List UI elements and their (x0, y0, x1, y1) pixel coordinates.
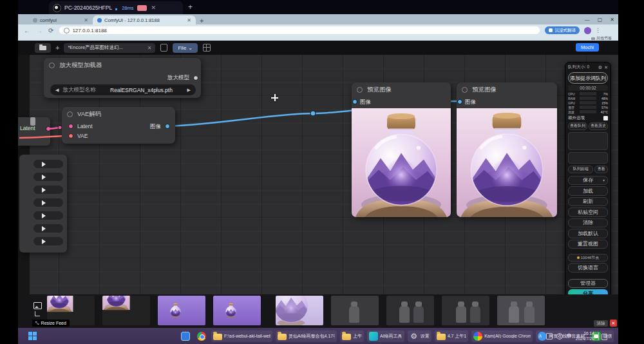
view-history-button[interactable]: 查看历史 (589, 122, 608, 130)
nodes-count-badge[interactable]: 10046节点 (568, 254, 608, 262)
maximize-icon[interactable]: ▢ (598, 17, 603, 23)
collapse-icon[interactable] (49, 62, 55, 68)
resize-feed-button[interactable]: ⤡ Resize Feed (32, 320, 70, 327)
rdp-new-tab-button[interactable]: + (188, 3, 193, 12)
mochi-badge[interactable]: Mochi (576, 43, 599, 52)
collapsed-widget[interactable] (33, 173, 63, 181)
new-workflow-button[interactable]: + (55, 44, 59, 52)
workflows-button[interactable] (35, 43, 51, 53)
vae-input-dot[interactable] (68, 133, 73, 139)
upscale-model-output-dot[interactable] (193, 75, 198, 81)
save-button[interactable]: 保存 ▾ (568, 176, 608, 186)
taskbar-folder[interactable]: 上午 (340, 330, 364, 342)
save-icon[interactable] (160, 44, 167, 52)
node-upscale-model-loader[interactable]: 放大模型加载器 放大模型 ◀ 放大模型名称 RealESRGAN_x4plus.… (44, 58, 201, 98)
feed-close-button[interactable]: ✕ (610, 320, 617, 327)
browser-tab-2-active[interactable]: ComfyUI - 127.0.0.1:8188 ✕ (93, 15, 196, 24)
load-default-button[interactable]: 加载默认 (568, 229, 608, 238)
browser-new-tab-button[interactable]: + (200, 17, 204, 24)
cutoff-node-widgets[interactable] (19, 155, 67, 253)
gallery-thumbnail[interactable] (213, 296, 261, 325)
gallery-thumbnail[interactable] (102, 296, 150, 325)
input-language-indicator[interactable]: 中 (567, 332, 572, 339)
reload-icon[interactable]: ⟳ (48, 27, 53, 34)
forward-icon[interactable]: → (36, 27, 43, 34)
notification-center-icon[interactable] (598, 332, 607, 340)
workflow-tab[interactable]: *Encore产品草图转迷幻... ✕ (64, 43, 155, 53)
switch-language-button[interactable]: 切换语言 (568, 263, 608, 272)
latent-output-dot[interactable] (46, 126, 51, 131)
tab-close-icon[interactable]: ✕ (187, 17, 191, 23)
taskbar-folder[interactable]: 灵仙AI绘画整合包4.17项目 (276, 330, 337, 342)
back-icon[interactable]: ← (24, 27, 30, 34)
view-queue-button[interactable]: 查看队列 (568, 122, 587, 130)
view-button[interactable]: 查看 (594, 166, 608, 173)
collapsed-widget[interactable] (33, 224, 63, 233)
tray-expand-icon[interactable]: ∧ (538, 333, 542, 339)
gallery-thumbnail[interactable] (331, 296, 379, 325)
image-input-dot[interactable] (457, 99, 462, 104)
image-input-dot[interactable] (352, 99, 357, 104)
model-name-widget[interactable]: ◀ 放大模型名称 RealESRGAN_x4plus.pth ▶ (50, 84, 196, 95)
gallery-thumbnail[interactable] (442, 296, 489, 325)
gallery-thumbnail[interactable] (386, 296, 434, 325)
collapsed-widget[interactable] (33, 198, 63, 207)
feed-clear-button[interactable]: 清除 (594, 320, 608, 327)
extra-options-checkbox[interactable] (603, 116, 608, 120)
load-button[interactable]: 加载 (568, 186, 608, 196)
taskbar-folder[interactable]: 4.7 上午1 (435, 330, 469, 342)
collapsed-widget[interactable] (33, 237, 63, 245)
layout-grid-icon[interactable] (203, 44, 211, 52)
taskbar-app[interactable] (179, 330, 192, 342)
start-button[interactable] (28, 332, 37, 340)
browser-tab-1[interactable]: comfyui ✕ (28, 15, 93, 24)
reset-view-button[interactable]: 重置视图 (568, 240, 608, 249)
gallery-thumbnail[interactable] (497, 296, 545, 325)
collapsed-widget[interactable] (33, 186, 63, 194)
node-vae-decode[interactable]: VAE解码 Latent VAE 图像 (62, 107, 175, 144)
profile-avatar[interactable] (584, 27, 591, 34)
clock[interactable]: 16:14 2024/7/20 (576, 331, 594, 341)
minimize-icon[interactable]: — (585, 17, 590, 23)
node-resize-handle[interactable] (30, 117, 35, 126)
collapsed-widget[interactable] (33, 211, 63, 220)
taskbar-app[interactable]: Kam(AI)·Google Chrome (471, 330, 533, 342)
queue-front-button[interactable]: 队列前端 (568, 166, 593, 173)
address-bar[interactable]: 127.0.0.1:8188 (59, 26, 540, 34)
gallery-thumbnail[interactable] (276, 296, 323, 325)
tab-close-icon[interactable]: ✕ (84, 17, 88, 23)
collapse-icon[interactable] (357, 87, 363, 93)
taskbar-app[interactable]: AI绘画工具 (367, 330, 404, 342)
manager-button[interactable]: 管理器 (568, 279, 608, 289)
node-preview-image-2[interactable]: 预览图像 图像 (457, 82, 557, 217)
taskbar-app-chrome[interactable] (195, 330, 208, 342)
node-preview-image-1[interactable]: 预览图像 图像 (352, 82, 451, 217)
collapsed-widget[interactable] (33, 160, 63, 168)
refresh-button[interactable]: 刷新 (568, 197, 608, 207)
extension-button[interactable]: 沉浸式翻译 (545, 26, 580, 34)
taskbar-folder[interactable]: F:\sd-webui-aki-tail-web (211, 330, 272, 342)
rdp-session-tab[interactable]: PC-20240625HFPL 28ms ✕ (49, 1, 183, 14)
close-icon[interactable]: ✕ (610, 17, 614, 23)
tray-icon[interactable] (556, 333, 563, 339)
clipspace-button[interactable]: 粘贴空间 (568, 207, 608, 217)
queue-prompt-button[interactable]: 添加提示词队列 (568, 72, 608, 84)
taskbar-settings[interactable]: ⚙设置 (408, 330, 431, 342)
file-menu-button[interactable]: File ⌄ (173, 43, 198, 53)
browser-menu-icon[interactable]: ⋮ (595, 27, 601, 33)
workflow-tab-close-icon[interactable]: ✕ (147, 45, 152, 51)
tray-icon[interactable] (546, 333, 553, 339)
latent-input-dot[interactable] (68, 124, 73, 129)
gallery-thumbnail[interactable] (158, 296, 205, 325)
prev-arrow-icon[interactable]: ◀ (55, 88, 59, 93)
rdp-tab-close-icon[interactable]: ✕ (151, 5, 156, 11)
pin-icon[interactable] (35, 311, 40, 316)
collapse-icon[interactable] (67, 111, 73, 117)
image-icon[interactable] (33, 302, 42, 309)
next-arrow-icon[interactable]: ▶ (187, 88, 191, 93)
collapse-icon[interactable] (462, 87, 468, 93)
image-output-dot[interactable] (165, 124, 170, 129)
settings-gear-icon[interactable]: ⚙ (598, 65, 602, 70)
panel-close-icon[interactable]: ✕ (604, 65, 608, 70)
clear-button[interactable]: 清除 (568, 218, 608, 228)
